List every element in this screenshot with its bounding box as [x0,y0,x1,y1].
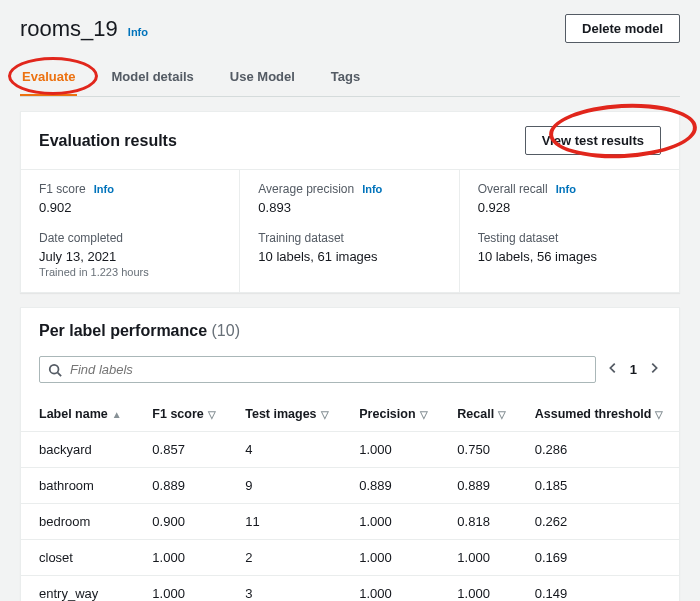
pagination: 1 [606,361,661,378]
title-info-link[interactable]: Info [128,26,148,38]
col-precision[interactable]: Precision▽ [341,397,439,432]
evaluation-results-title: Evaluation results [39,132,177,150]
cell-f1: 0.889 [134,468,227,504]
cell-thresh: 0.185 [517,468,679,504]
cell-recall: 0.889 [439,468,516,504]
cell-label: bathroom [21,468,134,504]
col-recall[interactable]: Recall▽ [439,397,516,432]
per-label-count: (10) [212,322,240,339]
cell-prec: 1.000 [341,504,439,540]
table-row: bedroom0.900111.0000.8180.262 [21,504,679,540]
cell-label: entry_way [21,576,134,602]
col-label-name[interactable]: Label name▲ [21,397,134,432]
page-title: rooms_19 [20,16,118,42]
overall-recall-label: Overall recall [478,182,548,196]
table-row: backyard0.85741.0000.7500.286 [21,432,679,468]
cell-test: 4 [227,432,341,468]
per-label-table: Label name▲ F1 score▽ Test images▽ Preci… [21,397,679,601]
sort-icon: ▽ [498,409,506,420]
cell-recall: 0.818 [439,504,516,540]
cell-thresh: 0.286 [517,432,679,468]
col-f1-score[interactable]: F1 score▽ [134,397,227,432]
cell-prec: 0.889 [341,468,439,504]
date-completed-label: Date completed [39,231,123,245]
avg-precision-info-link[interactable]: Info [362,183,382,195]
tab-model-details[interactable]: Model details [109,59,195,96]
svg-line-1 [58,372,62,376]
cell-f1: 0.900 [134,504,227,540]
col-test-images[interactable]: Test images▽ [227,397,341,432]
cell-label: closet [21,540,134,576]
cell-recall: 0.750 [439,432,516,468]
cell-thresh: 0.149 [517,576,679,602]
cell-f1: 1.000 [134,576,227,602]
testing-dataset-value: 10 labels, 56 images [478,249,661,264]
cell-f1: 1.000 [134,540,227,576]
cell-recall: 1.000 [439,540,516,576]
table-row: entry_way1.00031.0001.0000.149 [21,576,679,602]
cell-thresh: 0.169 [517,540,679,576]
avg-precision-value: 0.893 [258,200,440,215]
delete-model-button[interactable]: Delete model [565,14,680,43]
f1-score-value: 0.902 [39,200,221,215]
sort-icon: ▽ [420,409,428,420]
trained-duration: Trained in 1.223 hours [39,266,221,278]
f1-score-label: F1 score [39,182,86,196]
cell-test: 11 [227,504,341,540]
sort-asc-icon: ▲ [112,409,122,420]
cell-recall: 1.000 [439,576,516,602]
training-dataset-label: Training dataset [258,231,344,245]
tab-tags[interactable]: Tags [329,59,362,96]
training-dataset-value: 10 labels, 61 images [258,249,440,264]
table-row: bathroom0.88990.8890.8890.185 [21,468,679,504]
find-labels-input[interactable] [68,361,587,378]
table-row: closet1.00021.0001.0000.169 [21,540,679,576]
cell-label: backyard [21,432,134,468]
testing-dataset-label: Testing dataset [478,231,559,245]
cell-test: 9 [227,468,341,504]
view-test-results-button[interactable]: View test results [525,126,661,155]
col-assumed-threshold[interactable]: Assumed threshold▽ [517,397,679,432]
f1-info-link[interactable]: Info [94,183,114,195]
per-label-performance-panel: Per label performance (10) 1 [20,307,680,601]
sort-icon: ▽ [321,409,329,420]
chevron-left-icon [606,361,620,375]
sort-icon: ▽ [655,409,663,420]
find-labels-search[interactable] [39,356,596,383]
cell-prec: 1.000 [341,432,439,468]
cell-f1: 0.857 [134,432,227,468]
evaluation-results-panel: Evaluation results View test results F1 … [20,111,680,293]
svg-point-0 [50,364,59,373]
cell-thresh: 0.262 [517,504,679,540]
date-completed-value: July 13, 2021 [39,249,221,264]
tab-evaluate[interactable]: Evaluate [20,59,77,96]
overall-recall-info-link[interactable]: Info [556,183,576,195]
cell-test: 2 [227,540,341,576]
per-label-title: Per label performance (10) [39,322,240,340]
avg-precision-label: Average precision [258,182,354,196]
per-label-title-text: Per label performance [39,322,207,339]
page-number: 1 [630,362,637,377]
search-icon [48,363,62,377]
tab-use-model[interactable]: Use Model [228,59,297,96]
cell-test: 3 [227,576,341,602]
page-prev-button[interactable] [606,361,620,378]
cell-label: bedroom [21,504,134,540]
page-next-button[interactable] [647,361,661,378]
cell-prec: 1.000 [341,540,439,576]
sort-icon: ▽ [208,409,216,420]
chevron-right-icon [647,361,661,375]
cell-prec: 1.000 [341,576,439,602]
overall-recall-value: 0.928 [478,200,661,215]
tabs-bar: Evaluate Model details Use Model Tags [20,59,680,97]
page-header: rooms_19 Info Delete model [20,14,680,43]
